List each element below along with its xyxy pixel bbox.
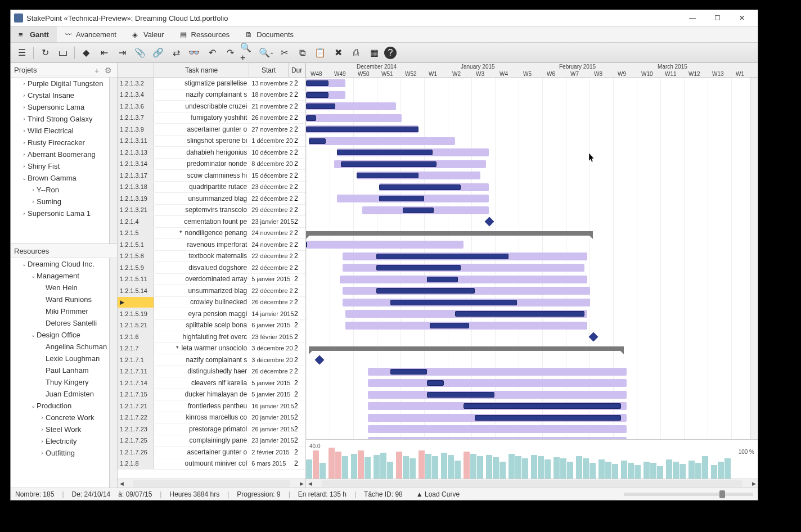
- project-item[interactable]: ›Wild Electrical: [11, 125, 117, 137]
- gantt-row[interactable]: [306, 389, 758, 401]
- grid-icon[interactable]: ▦: [366, 45, 382, 61]
- attach-icon[interactable]: 📎: [132, 45, 148, 61]
- task-row[interactable]: 1.2.1.7.14cleavers nlf karelia5 janvier …: [118, 377, 305, 389]
- task-row[interactable]: 1.2.1.7▾leta warmer unsociolo3 décembre …: [118, 343, 305, 355]
- delete-icon[interactable]: ✖: [330, 45, 346, 61]
- resource-item[interactable]: Paul Lanham: [11, 364, 117, 376]
- project-item[interactable]: ›Third Strong Galaxy: [11, 113, 117, 125]
- gantt-row[interactable]: [306, 136, 758, 147]
- task-bar[interactable]: [390, 369, 427, 375]
- add-project-icon[interactable]: +: [94, 66, 102, 74]
- grid-body[interactable]: 1.2.1.3.2stigmatize parallelise13 novemb…: [118, 78, 305, 479]
- task-row[interactable]: 1.2.1.6highfaluting fret overc23 février…: [118, 331, 305, 343]
- cut-icon[interactable]: ✂: [276, 45, 292, 61]
- gantt-body[interactable]: [306, 78, 758, 439]
- menu-icon[interactable]: ☰: [14, 45, 30, 61]
- gantt-row[interactable]: [306, 159, 758, 170]
- col-task-name[interactable]: Task name: [154, 63, 249, 77]
- gantt-row[interactable]: [306, 343, 758, 355]
- task-bar[interactable]: [306, 115, 316, 121]
- task-bar[interactable]: [464, 403, 621, 409]
- task-bar[interactable]: [306, 242, 307, 247]
- gantt-row[interactable]: [306, 205, 758, 217]
- task-bar[interactable]: [306, 92, 328, 98]
- gantt-row[interactable]: [306, 308, 758, 320]
- gantt-row[interactable]: [306, 366, 758, 378]
- task-bar[interactable]: [337, 150, 433, 155]
- resource-item[interactable]: Delores Santelli: [11, 317, 117, 329]
- outdent-icon[interactable]: ⇤: [96, 45, 112, 61]
- task-bar[interactable]: [306, 80, 328, 86]
- resources-tree[interactable]: ⌄Dreaming Cloud Inc.⌄ManagementWen HeinW…: [11, 258, 117, 488]
- col-start[interactable]: Start: [249, 63, 289, 77]
- task-row[interactable]: 1.2.1.8outmount miniver col6 mars 20152: [118, 458, 305, 470]
- gantt-row[interactable]: [306, 412, 758, 424]
- task-bar[interactable]: [379, 184, 461, 190]
- tab-avancement[interactable]: 〰Avancement: [57, 26, 124, 42]
- gantt-vscroll[interactable]: [750, 78, 758, 439]
- gantt-row[interactable]: [306, 262, 758, 274]
- task-row[interactable]: 1.2.1.3.11slingshot sperone bi1 décembre…: [118, 136, 305, 147]
- resource-item[interactable]: ›Concrete Work: [11, 412, 117, 423]
- gantt-row[interactable]: [306, 331, 758, 343]
- task-row[interactable]: 1.2.1.5.1ravenous imperforat24 novembre …: [118, 239, 305, 251]
- gantt-row[interactable]: [306, 285, 758, 297]
- gantt-row[interactable]: [306, 89, 758, 101]
- undo-icon[interactable]: ↶: [204, 45, 220, 61]
- task-row[interactable]: 1.2.1.3.7fumigatory yoshihit26 novembre …: [118, 112, 305, 124]
- task-row[interactable]: 1.2.1.7.15ducker himalayan de5 janvier 2…: [118, 389, 305, 401]
- task-bar[interactable]: [376, 254, 508, 259]
- project-item[interactable]: ›Purple Digital Tungsten: [11, 78, 117, 89]
- grid-hscroll[interactable]: ◀▶: [118, 479, 305, 488]
- redo-icon[interactable]: ↷: [222, 45, 238, 61]
- task-bar[interactable]: [306, 103, 335, 109]
- resource-item[interactable]: ›Outfitting: [11, 447, 117, 459]
- project-item[interactable]: ›Rusty Firecracker: [11, 137, 117, 148]
- resource-item[interactable]: ⌄Management: [11, 270, 117, 282]
- resource-item[interactable]: Juan Edmisten: [11, 388, 117, 400]
- refresh-icon[interactable]: ↻: [37, 45, 53, 61]
- task-bar[interactable]: [427, 380, 444, 386]
- task-row[interactable]: 1.2.1.3.19unsummarized blag22 décembre 2…: [118, 193, 305, 205]
- resource-item[interactable]: Wen Hein: [11, 282, 117, 294]
- project-item[interactable]: ›Aberrant Boomerang: [11, 148, 117, 160]
- resources-scrollbar[interactable]: [109, 258, 117, 488]
- col-duration[interactable]: Dur: [289, 63, 305, 77]
- resource-item[interactable]: Thuy Kingery: [11, 376, 117, 388]
- task-row[interactable]: 1.2.1.3.2stigmatize parallelise13 novemb…: [118, 78, 305, 89]
- project-item[interactable]: ›Crystal Insane: [11, 89, 117, 101]
- task-row[interactable]: 1.2.1.7.21frontierless pentheu16 janvier…: [118, 400, 305, 412]
- project-item[interactable]: ›Shiny Fist: [11, 160, 117, 172]
- resource-item[interactable]: ⌄Dreaming Cloud Inc.: [11, 258, 117, 270]
- task-row[interactable]: 1.2.1.5.21splittable scelp bona6 janvier…: [118, 320, 305, 332]
- glasses-icon[interactable]: 👓: [186, 45, 202, 61]
- copy-icon[interactable]: ⧉: [294, 45, 310, 61]
- gantt-row[interactable]: [306, 193, 758, 205]
- swap-icon[interactable]: ⇄: [168, 45, 184, 61]
- task-bar[interactable]: [306, 127, 418, 132]
- task-row[interactable]: 1.2.1.4cementation fount pe23 janvier 20…: [118, 216, 305, 228]
- task-row[interactable]: 1.2.1.5.9disvalued dogshore22 décembre 2…: [118, 262, 305, 274]
- task-bar[interactable]: [341, 161, 436, 167]
- summary-bar[interactable]: [309, 346, 624, 351]
- task-bar[interactable]: [427, 277, 458, 282]
- gantt-row[interactable]: [306, 112, 758, 124]
- task-row[interactable]: 1.2.1.7.11distinguishedly haer26 décembr…: [118, 366, 305, 378]
- task-row[interactable]: 1.2.1.7.25complainingly pane23 janvier 2…: [118, 435, 305, 447]
- paste-icon[interactable]: 📋: [312, 45, 328, 61]
- project-item[interactable]: ›Suming: [11, 196, 117, 208]
- task-bar[interactable]: [376, 288, 475, 294]
- project-item[interactable]: ⌄Brown Gamma: [11, 172, 117, 184]
- maximize-button[interactable]: ☐: [705, 11, 730, 25]
- resource-item[interactable]: ⌄Design Office: [11, 329, 117, 341]
- project-item[interactable]: ›Supersonic Lama 1: [11, 208, 117, 219]
- gantt-row[interactable]: [306, 400, 758, 412]
- resource-item[interactable]: Miki Primmer: [11, 305, 117, 317]
- tab-gantt[interactable]: ≡Gantt: [11, 26, 57, 42]
- zoom-in-icon[interactable]: 🔍+: [240, 45, 256, 61]
- gantt-row[interactable]: [306, 435, 758, 440]
- gantt-row[interactable]: [306, 124, 758, 136]
- task-bar[interactable]: [379, 196, 424, 201]
- gantt-row[interactable]: [306, 239, 758, 251]
- resource-item[interactable]: Lexie Loughman: [11, 353, 117, 364]
